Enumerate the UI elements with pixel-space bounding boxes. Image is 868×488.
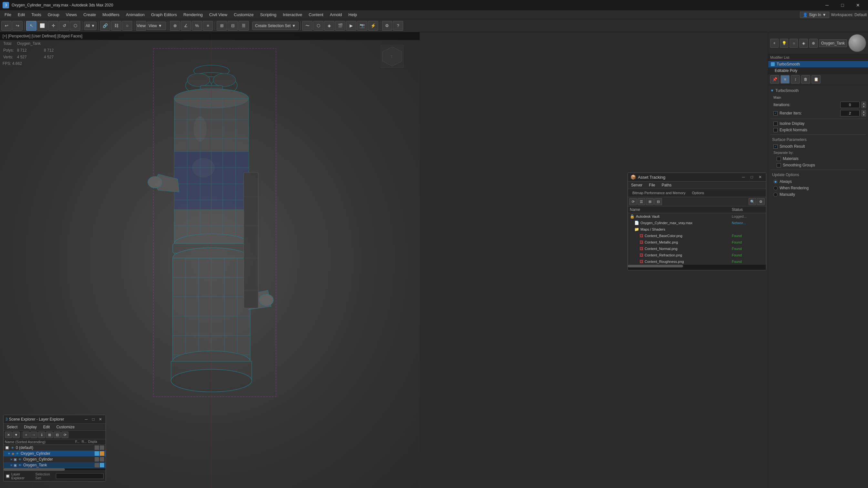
curve-editor-button[interactable]: 〜 <box>302 21 312 31</box>
se-select-children-button[interactable]: ⇓ <box>38 431 45 438</box>
menu-help[interactable]: Help <box>345 11 360 19</box>
se-display-menu[interactable]: Display <box>21 424 40 430</box>
sign-in-button[interactable]: 👤 Sign In ▼ <box>800 11 829 18</box>
at-settings-button[interactable]: ⚙ <box>757 198 765 205</box>
angle-snap-button[interactable]: ∠ <box>181 21 191 31</box>
isoline-display-checkbox[interactable] <box>773 122 778 126</box>
menu-graph-editors[interactable]: Graph Editors <box>148 11 180 19</box>
at-options-submenu[interactable]: Options <box>689 190 707 195</box>
camera-icon-button[interactable]: ○ <box>789 39 798 48</box>
menu-civil-view[interactable]: Civil View <box>206 11 230 19</box>
menu-animation[interactable]: Animation <box>123 11 148 19</box>
at-search-button[interactable]: 🔍 <box>749 198 756 205</box>
iterations-down-button[interactable]: ▼ <box>862 105 866 108</box>
menu-tools[interactable]: Tools <box>28 11 44 19</box>
align-button[interactable]: ⊟ <box>227 21 238 31</box>
menu-create[interactable]: Create <box>80 11 99 19</box>
scale-button[interactable]: ⬡ <box>70 21 81 31</box>
se-oxygen-cylinder-mesh[interactable]: ✕ ▣ 👁 Oxygen_Cylinder <box>4 456 105 462</box>
settings-button[interactable]: ⚙ <box>382 21 392 31</box>
modifier-item-editable-poly[interactable]: Editable Poly <box>768 67 868 74</box>
at-bitmap-submenu[interactable]: Bitmap Performance and Memory <box>630 190 688 195</box>
manually-radio[interactable] <box>773 193 778 197</box>
at-max-file-row[interactable]: 📄 Oxygen_Cylinder_max_vray.max Networ... <box>628 220 766 226</box>
at-metallic-row[interactable]: 🖼 Content_Metallic.png Found <box>628 239 766 246</box>
menu-arnold[interactable]: Arnold <box>327 11 345 19</box>
at-close-button[interactable]: ✕ <box>757 174 764 180</box>
se-filter-button[interactable]: ▼ <box>12 431 20 438</box>
at-maps-folder-row[interactable]: 📁 Maps / Shaders <box>628 226 766 233</box>
at-server-menu[interactable]: Server <box>628 182 646 189</box>
unlink-button[interactable]: ⛓ <box>111 21 121 31</box>
render-iters-up-button[interactable]: ▲ <box>862 110 866 113</box>
modifier-item-turbosmooth[interactable]: TurboSmooth <box>768 61 868 67</box>
material-editor-button[interactable]: ◈ <box>324 21 334 31</box>
render-button[interactable]: ▶ <box>346 21 356 31</box>
se-maximize-button[interactable]: □ <box>90 416 96 422</box>
menu-customize[interactable]: Customize <box>230 11 257 19</box>
view-dropdown[interactable]: View ▼ <box>147 22 166 30</box>
explicit-normals-checkbox[interactable] <box>773 128 778 132</box>
se-layer-0-default[interactable]: 🔲 👁 0 (default) <box>4 445 105 451</box>
menu-content[interactable]: Content <box>305 11 327 19</box>
mirror-button[interactable]: ⊞ <box>217 21 227 31</box>
light-icon-button[interactable]: 💡 <box>780 39 788 48</box>
se-selection-set-input[interactable] <box>56 473 104 479</box>
filter-dropdown[interactable]: All ▼ <box>84 22 96 30</box>
rotate-button[interactable]: ↺ <box>59 21 69 31</box>
smooth-result-checkbox[interactable]: ✓ <box>773 144 778 149</box>
se-add-layer-button[interactable]: + <box>23 431 30 438</box>
se-oxygen-tank-item[interactable]: ✕ ▣ 👁 Oxygen_Tank <box>4 462 105 468</box>
se-customize-menu[interactable]: Customize <box>53 424 78 430</box>
menu-edit[interactable]: Edit <box>14 11 28 19</box>
helper-icon-button[interactable]: ◈ <box>799 39 808 48</box>
se-select-menu[interactable]: Select <box>4 424 21 430</box>
help-button[interactable]: ? <box>393 21 403 31</box>
bind-button[interactable]: ○ <box>122 21 132 31</box>
at-list-button[interactable]: ☰ <box>638 198 645 205</box>
minimize-button[interactable]: ─ <box>819 0 834 10</box>
at-v-scrollbar[interactable] <box>628 267 766 270</box>
at-grid-button[interactable]: ⊟ <box>654 198 662 205</box>
render-frame-button[interactable]: 📷 <box>357 21 367 31</box>
at-maximize-button[interactable]: □ <box>749 174 755 180</box>
menu-file[interactable]: File <box>1 11 14 19</box>
when-rendering-radio[interactable] <box>773 186 778 190</box>
at-normal-row[interactable]: 🖼 Content_Normal.png Found <box>628 246 766 252</box>
se-edit-menu[interactable]: Edit <box>40 424 53 430</box>
render-iters-input[interactable] <box>840 110 860 117</box>
menu-modifiers[interactable]: Modifiers <box>99 11 123 19</box>
render-setup-button[interactable]: 🎬 <box>335 21 345 31</box>
undo-button[interactable]: ↩ <box>1 21 11 31</box>
select-region-button[interactable]: ⬜ <box>37 21 48 31</box>
at-h-scrollbar[interactable] <box>628 265 766 267</box>
menu-scripting[interactable]: Scripting <box>257 11 280 19</box>
create-selection-set-button[interactable]: Create Selection Set ▼ <box>252 22 299 30</box>
move-tab-button[interactable]: ↕ <box>791 75 800 84</box>
se-expand-button[interactable]: ⊞ <box>46 431 53 438</box>
at-expand-button[interactable]: ⊞ <box>646 198 654 205</box>
percent-snap-button[interactable]: % <box>192 21 202 31</box>
menu-interactive[interactable]: Interactive <box>280 11 305 19</box>
view-btn[interactable]: View <box>136 21 146 31</box>
at-h-scrollbar-thumb[interactable] <box>628 265 683 267</box>
menu-views[interactable]: Views <box>63 11 80 19</box>
render-last-button[interactable]: ⚡ <box>368 21 378 31</box>
se-scrollbar-thumb[interactable] <box>4 468 65 470</box>
menu-rendering[interactable]: Rendering <box>180 11 206 19</box>
iterations-input[interactable] <box>840 102 860 108</box>
spinner-snap-button[interactable]: ≡ <box>203 21 213 31</box>
spacewarp-icon-button[interactable]: ⊕ <box>809 39 818 48</box>
se-oxygen-cylinder-group[interactable]: ▼ ◈ 👁 Oxygen_Cylinder <box>4 451 105 456</box>
delete-tab-button[interactable]: 🗑 <box>801 75 810 84</box>
at-file-menu[interactable]: File <box>646 182 658 189</box>
se-collapse-button[interactable]: ⊟ <box>54 431 61 438</box>
always-radio[interactable] <box>773 180 778 184</box>
link-button[interactable]: 🔗 <box>100 21 111 31</box>
se-move-button[interactable]: → <box>30 431 37 438</box>
at-basecolor-row[interactable]: 🖼 Content_BaseColor.png Found <box>628 233 766 239</box>
se-sync-button[interactable]: ⟳ <box>61 431 68 438</box>
layer-manager-button[interactable]: ☰ <box>239 21 249 31</box>
at-roughness-row[interactable]: 🖼 Content_Roughness.png Found <box>628 258 766 265</box>
create-icon-button[interactable]: + <box>770 39 779 48</box>
